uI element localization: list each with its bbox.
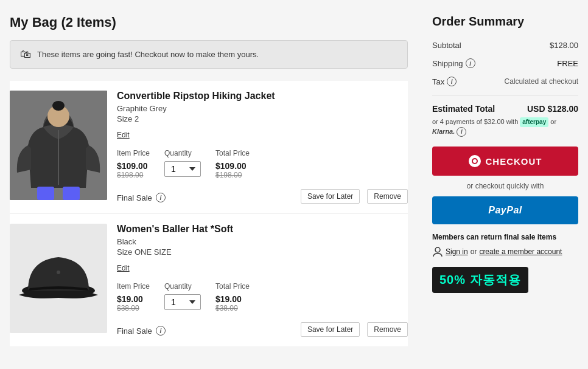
- edit-link-hat[interactable]: Edit: [117, 264, 130, 272]
- edit-link-jacket[interactable]: Edit: [117, 131, 130, 139]
- tax-label: Tax i: [432, 77, 457, 86]
- checkout-button[interactable]: CHECKOUT: [432, 147, 578, 176]
- person-icon: [432, 246, 443, 257]
- final-sale-info-icon-jacket[interactable]: i: [156, 193, 166, 202]
- remove-button-jacket[interactable]: Remove: [367, 189, 408, 204]
- order-summary-title: Order Summary: [432, 15, 578, 29]
- checkout-label: CHECKOUT: [486, 156, 542, 167]
- tax-row: Tax i Calculated at checkout: [432, 77, 578, 86]
- return-notice: Members can return final sale items: [432, 233, 578, 241]
- order-summary-panel: Order Summary Subtotal $128.00 Shipping …: [432, 15, 578, 354]
- product-details-hat: Women's Baller Hat *Soft Black Size ONE …: [117, 224, 408, 337]
- create-account-link[interactable]: create a member account: [479, 247, 562, 256]
- total-price-col-jacket: Total Price $109.00 $198.00: [215, 149, 250, 179]
- save-for-later-button-hat[interactable]: Save for Later: [301, 322, 360, 337]
- product-image-jacket: [10, 91, 107, 200]
- product-item-hat: Women's Baller Hat *Soft Black Size ONE …: [10, 214, 408, 347]
- tax-value: Calculated at checkout: [505, 77, 578, 86]
- svg-point-11: [473, 159, 477, 163]
- tax-info-icon[interactable]: i: [447, 77, 457, 86]
- svg-point-4: [52, 101, 65, 111]
- product-size-hat: Size ONE SIZE: [117, 247, 408, 257]
- estimated-total-label: Estimated Total: [432, 104, 495, 114]
- sign-in-link[interactable]: Sign in: [446, 247, 468, 256]
- product-name-jacket: Convertible Ripstop Hiking Jacket: [117, 91, 408, 102]
- paypal-button[interactable]: PayPal: [432, 196, 578, 224]
- fast-notice-banner: 🛍 These items are going fast! Checkout n…: [10, 40, 408, 69]
- total-price-col-hat: Total Price $19.00 $38.00: [215, 282, 250, 312]
- item-price-col-jacket: Item Price $109.00 $198.00: [117, 149, 150, 179]
- final-sale-jacket: Final Sale i: [117, 193, 166, 202]
- quantity-col-hat: Quantity 1 2 3: [164, 282, 201, 310]
- product-details-jacket: Convertible Ripstop Hiking Jacket Graphi…: [117, 91, 408, 204]
- paypal-label: Pay: [488, 205, 506, 215]
- product-color-hat: Black: [117, 237, 408, 246]
- shipping-label: Shipping i: [432, 58, 475, 68]
- product-image-hat: [10, 224, 107, 333]
- shipping-info-icon[interactable]: i: [466, 58, 475, 68]
- svg-rect-6: [63, 187, 80, 200]
- product-item-jacket: Convertible Ripstop Hiking Jacket Graphi…: [10, 81, 408, 214]
- or-checkout-text: or checkout quickly with: [432, 182, 578, 190]
- quantity-col-jacket: Quantity 1 2 3: [164, 149, 201, 177]
- sign-in-row: Sign in or create a member account: [432, 246, 578, 257]
- klarna-info-icon[interactable]: i: [457, 127, 466, 137]
- quantity-select-jacket[interactable]: 1 2 3: [164, 161, 201, 177]
- promo-badge: 50% 자동적용: [432, 267, 528, 293]
- svg-point-8: [57, 271, 60, 274]
- product-size-jacket: Size 2: [117, 114, 408, 123]
- afterpay-badge: afterpay: [520, 117, 548, 127]
- quantity-select-hat[interactable]: 1 2 3: [164, 294, 201, 310]
- checkout-logo-icon: [469, 155, 481, 167]
- item-price-col-hat: Item Price $19.00 $38.00: [117, 282, 150, 312]
- subtotal-row: Subtotal $128.00: [432, 41, 578, 50]
- subtotal-value: $128.00: [550, 41, 578, 50]
- final-sale-hat: Final Sale i: [117, 326, 166, 336]
- page-title: My Bag (2 Items): [10, 15, 408, 30]
- product-name-hat: Women's Baller Hat *Soft: [117, 224, 408, 235]
- product-color-jacket: Graphite Grey: [117, 104, 408, 113]
- svg-rect-5: [37, 187, 54, 200]
- shipping-value: FREE: [557, 59, 578, 68]
- klarna-text: Klarna.: [432, 128, 455, 135]
- final-sale-info-icon-hat[interactable]: i: [156, 326, 166, 336]
- fast-notice-text: These items are going fast! Checkout now…: [37, 50, 259, 59]
- subtotal-label: Subtotal: [432, 41, 461, 50]
- installment-text: or 4 payments of $32.00 with afterpay or…: [432, 117, 578, 137]
- or-connector: or: [471, 247, 477, 256]
- shipping-row: Shipping i FREE: [432, 58, 578, 68]
- svg-point-12: [435, 247, 440, 252]
- fast-notice-icon: 🛍: [20, 48, 31, 61]
- save-for-later-button-jacket[interactable]: Save for Later: [301, 189, 360, 204]
- estimated-total-row: Estimated Total USD $128.00: [432, 104, 578, 114]
- remove-button-hat[interactable]: Remove: [367, 322, 408, 337]
- estimated-total-value: USD $128.00: [527, 104, 578, 114]
